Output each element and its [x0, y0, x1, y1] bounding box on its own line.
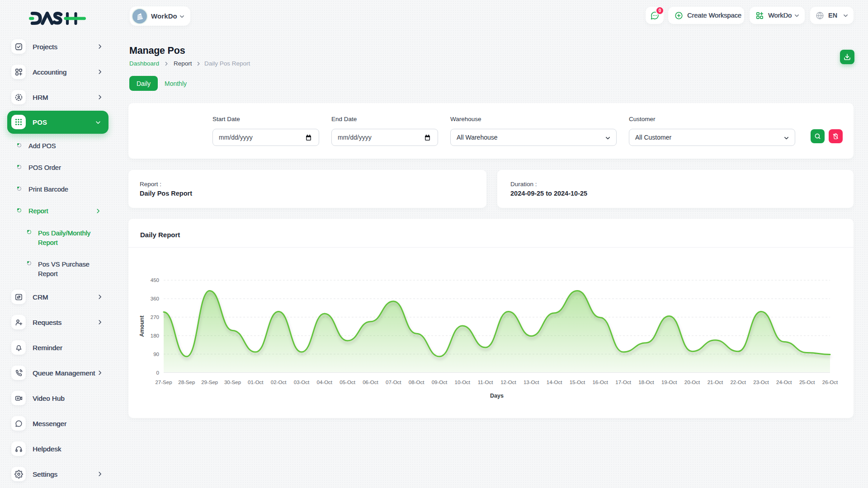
- svg-text:08-Oct: 08-Oct: [409, 380, 425, 385]
- svg-text:15-Oct: 15-Oct: [570, 380, 585, 385]
- svg-text:29-Sep: 29-Sep: [201, 380, 218, 385]
- svg-text:09-Oct: 09-Oct: [432, 380, 448, 385]
- svg-text:14-Oct: 14-Oct: [547, 380, 562, 385]
- svg-text:13-Oct: 13-Oct: [524, 380, 539, 385]
- svg-text:90: 90: [153, 352, 159, 357]
- svg-text:270: 270: [151, 314, 159, 320]
- svg-text:Amount: Amount: [139, 315, 145, 337]
- svg-text:01-Oct: 01-Oct: [248, 380, 264, 385]
- svg-text:360: 360: [151, 296, 159, 301]
- svg-text:20-Oct: 20-Oct: [684, 380, 700, 385]
- svg-text:24-Oct: 24-Oct: [776, 380, 792, 385]
- svg-text:22-Oct: 22-Oct: [730, 380, 746, 385]
- svg-text:17-Oct: 17-Oct: [615, 380, 631, 385]
- svg-text:04-Oct: 04-Oct: [317, 380, 333, 385]
- svg-text:Days: Days: [490, 393, 504, 399]
- svg-text:26-Oct: 26-Oct: [822, 380, 838, 385]
- svg-text:12-Oct: 12-Oct: [500, 380, 516, 385]
- svg-text:06-Oct: 06-Oct: [363, 380, 378, 385]
- svg-text:16-Oct: 16-Oct: [592, 380, 608, 385]
- svg-text:10-Oct: 10-Oct: [455, 380, 471, 385]
- svg-text:11-Oct: 11-Oct: [478, 380, 493, 385]
- svg-text:19-Oct: 19-Oct: [661, 380, 677, 385]
- svg-text:21-Oct: 21-Oct: [708, 380, 723, 385]
- svg-text:27-Sep: 27-Sep: [155, 380, 172, 385]
- svg-text:30-Sep: 30-Sep: [224, 380, 241, 385]
- svg-text:28-Sep: 28-Sep: [178, 380, 195, 385]
- svg-text:07-Oct: 07-Oct: [386, 380, 401, 385]
- svg-text:02-Oct: 02-Oct: [271, 380, 287, 385]
- svg-text:180: 180: [151, 333, 159, 338]
- svg-text:0: 0: [156, 370, 159, 375]
- svg-text:23-Oct: 23-Oct: [753, 380, 769, 385]
- svg-text:03-Oct: 03-Oct: [294, 380, 310, 385]
- svg-text:25-Oct: 25-Oct: [799, 380, 815, 385]
- svg-text:05-Oct: 05-Oct: [340, 380, 355, 385]
- svg-text:18-Oct: 18-Oct: [638, 380, 654, 385]
- svg-text:450: 450: [151, 277, 159, 283]
